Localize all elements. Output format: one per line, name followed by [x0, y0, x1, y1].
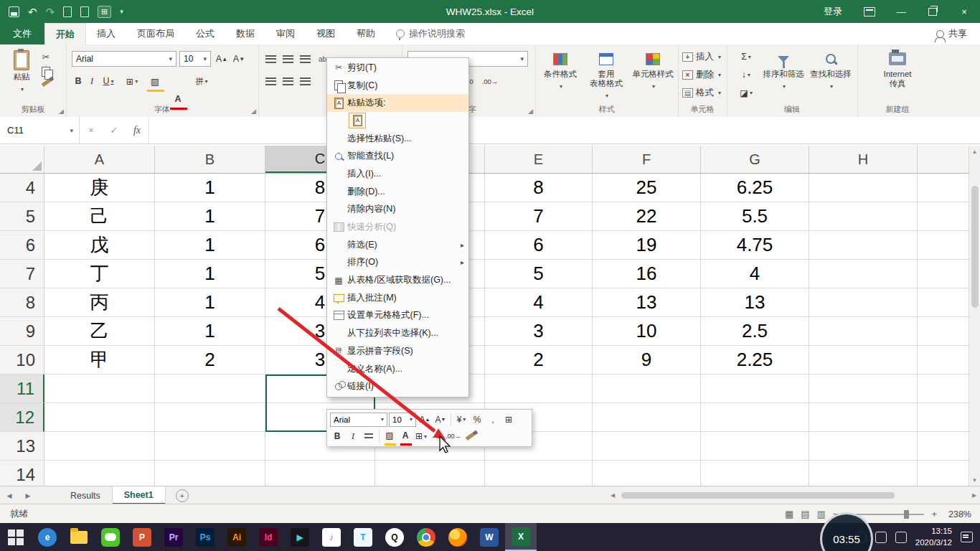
- underline-button[interactable]: U: [99, 73, 118, 89]
- cell-E11[interactable]: [485, 375, 593, 403]
- menu-item-insert-comment[interactable]: 插入批注(M): [327, 289, 468, 307]
- mini-bold-button[interactable]: B: [330, 429, 344, 443]
- insert-cells-button[interactable]: +插入: [682, 49, 722, 65]
- cell-G13[interactable]: [701, 432, 809, 461]
- italic-button[interactable]: I: [86, 73, 98, 89]
- sheet-tab-results[interactable]: Results: [59, 486, 113, 504]
- row-header-13[interactable]: 13: [0, 432, 44, 461]
- cell-H5[interactable]: [809, 202, 918, 231]
- cell-G4[interactable]: 6.25: [701, 174, 809, 202]
- menu-item-delete[interactable]: 删除(D)...: [327, 183, 468, 201]
- taskbar-tim-button[interactable]: T: [347, 523, 379, 551]
- menu-item-define-name[interactable]: 定义名称(A)...: [327, 360, 468, 378]
- mini-borders-button[interactable]: ⊞: [414, 429, 428, 443]
- cell-F11[interactable]: [593, 375, 701, 403]
- new-file-icon[interactable]: [63, 6, 72, 17]
- cell-H8[interactable]: [809, 288, 918, 317]
- orientation-button[interactable]: ab: [319, 51, 326, 67]
- mini-align-button[interactable]: [362, 429, 376, 443]
- cell-E9[interactable]: 3: [485, 317, 593, 346]
- cell-B6[interactable]: 1: [155, 231, 265, 260]
- cell-B12[interactable]: [155, 403, 265, 432]
- menu-item-copy[interactable]: 复制(C): [327, 77, 468, 95]
- undo-icon[interactable]: ↶: [28, 6, 37, 17]
- align-left-button[interactable]: [265, 73, 276, 89]
- format-painter-icon[interactable]: [42, 79, 51, 87]
- sheet-tab-sheet1[interactable]: Sheet1: [113, 486, 166, 504]
- mini-increase-font-icon[interactable]: A▲: [418, 413, 432, 427]
- notification-center-icon[interactable]: [961, 532, 973, 542]
- cell-H12[interactable]: [809, 403, 918, 432]
- cell-A9[interactable]: 乙: [44, 317, 155, 346]
- cell-H7[interactable]: [809, 260, 918, 288]
- column-header-G[interactable]: G: [701, 146, 809, 173]
- cell-F10[interactable]: 9: [593, 346, 701, 375]
- mini-merge-icon[interactable]: ⊞: [501, 413, 516, 427]
- cell-B5[interactable]: 1: [155, 202, 265, 231]
- taskbar-indesign-button[interactable]: Id: [253, 523, 284, 551]
- align-right-button[interactable]: [300, 73, 311, 89]
- customize-qat-icon[interactable]: ▾: [120, 9, 123, 15]
- input-method-icon[interactable]: [895, 532, 907, 543]
- tray-pen-icon[interactable]: [875, 532, 887, 543]
- cell-D14[interactable]: [375, 461, 485, 486]
- tab-file[interactable]: 文件: [0, 23, 44, 44]
- cell-F6[interactable]: 19: [593, 231, 701, 260]
- cell-A6[interactable]: 戊: [44, 231, 155, 260]
- cell-H13[interactable]: [809, 432, 918, 461]
- autosum-button[interactable]: Σ: [735, 49, 757, 65]
- cell-F14[interactable]: [593, 461, 701, 486]
- mini-percent-icon[interactable]: %: [470, 413, 484, 427]
- menu-item-format-cells[interactable]: 设置单元格格式(F)...: [327, 307, 468, 325]
- sort-filter-button[interactable]: 排序和筛选: [760, 48, 807, 101]
- menu-item-sort[interactable]: 排序(O)▸: [327, 254, 468, 272]
- share-button[interactable]: 共享: [936, 23, 980, 44]
- menu-item-cut[interactable]: ✂剪切(T): [327, 59, 468, 77]
- taskbar-word-button[interactable]: W: [473, 523, 505, 551]
- font-dialog-launcher-icon[interactable]: [251, 108, 256, 115]
- minimize-button[interactable]: —: [885, 0, 917, 23]
- row-header-12[interactable]: 12: [0, 403, 44, 432]
- mini-increase-decimal-icon[interactable]: ←.0: [430, 429, 444, 443]
- cell-A8[interactable]: 丙: [44, 288, 155, 317]
- enter-icon[interactable]: ✓: [103, 125, 126, 136]
- paste-icon[interactable]: [349, 113, 366, 128]
- cell-E6[interactable]: 6: [485, 231, 593, 260]
- cell-F4[interactable]: 25: [593, 174, 701, 202]
- cell-A10[interactable]: 甲: [44, 346, 155, 375]
- tab-home[interactable]: 开始: [44, 23, 86, 44]
- mini-comma-icon[interactable]: ,: [486, 413, 500, 427]
- tab-review[interactable]: 审阅: [265, 23, 306, 44]
- vertical-scrollbar[interactable]: ▲ ▼: [969, 146, 980, 486]
- mini-font-color-button[interactable]: A: [398, 428, 413, 445]
- cut-icon[interactable]: ✂: [42, 52, 50, 62]
- find-select-button[interactable]: 查找和选择: [807, 48, 854, 101]
- cell-H14[interactable]: [809, 461, 918, 486]
- taskbar-excel-button[interactable]: X: [505, 523, 537, 551]
- menu-item-link[interactable]: 链接(I): [327, 377, 468, 395]
- menu-item-smart-lookup[interactable]: 智能查找(L): [327, 147, 468, 165]
- zoom-in-icon[interactable]: +: [931, 509, 937, 519]
- cell-A13[interactable]: [44, 432, 155, 461]
- scroll-right-icon[interactable]: ▶: [969, 492, 980, 499]
- cell-H4[interactable]: [809, 174, 918, 202]
- row-header-9[interactable]: 9: [0, 317, 44, 346]
- cell-A12[interactable]: [44, 403, 155, 432]
- normal-view-icon[interactable]: ▦: [785, 509, 793, 519]
- cell-G6[interactable]: 4.75: [701, 231, 809, 260]
- increase-font-size-button[interactable]: A▲: [214, 51, 230, 67]
- clipboard-dialog-launcher-icon[interactable]: [59, 108, 64, 115]
- cell-E10[interactable]: 2: [485, 346, 593, 375]
- taskbar-start-button[interactable]: [0, 523, 32, 551]
- conditional-formatting-button[interactable]: 条件格式: [538, 48, 583, 101]
- table-mode-icon[interactable]: ⊞: [98, 6, 111, 18]
- cell-A7[interactable]: 丁: [44, 260, 155, 288]
- menu-item-paste-option-values[interactable]: [327, 112, 468, 130]
- internet-fax-button[interactable]: Internet传真: [872, 48, 923, 101]
- delete-cells-button[interactable]: ×删除: [682, 67, 722, 83]
- tab-view[interactable]: 视图: [306, 23, 346, 44]
- scroll-left-icon[interactable]: ◀: [607, 492, 618, 499]
- taskbar-chrome-button[interactable]: [410, 523, 442, 551]
- menu-item-filter[interactable]: 筛选(E)▸: [327, 236, 468, 254]
- cell-G8[interactable]: 13: [701, 288, 809, 317]
